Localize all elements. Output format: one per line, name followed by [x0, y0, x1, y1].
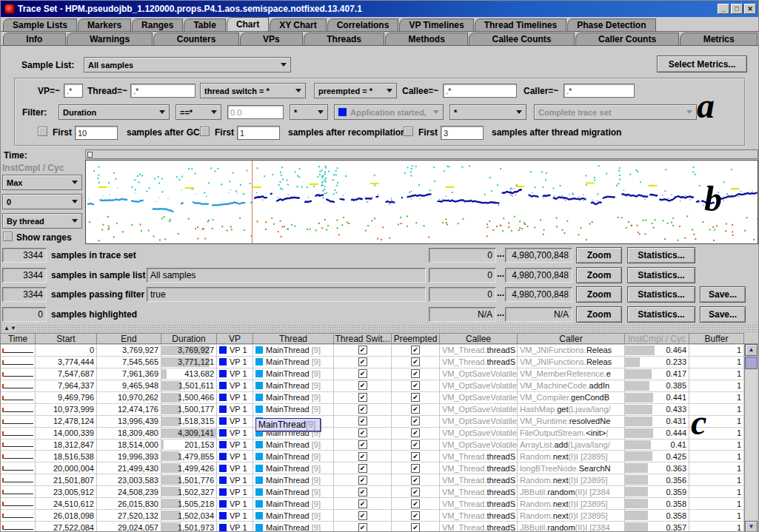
- first-recomp-input[interactable]: [237, 126, 280, 140]
- column-header-thread-switch[interactable]: Thread Swit...: [334, 334, 392, 343]
- preempted-checkbox[interactable]: ✔: [411, 346, 420, 354]
- thread-switch-checkbox[interactable]: ✔: [358, 393, 367, 402]
- time-range-handle[interactable]: [87, 152, 93, 158]
- column-header-thread[interactable]: Thread: [253, 334, 334, 343]
- thread-switch-checkbox[interactable]: ✔: [358, 346, 367, 354]
- tab[interactable]: Caller Counts: [575, 33, 680, 45]
- tab[interactable]: Methods: [385, 33, 468, 45]
- table-row[interactable]: 26,018,098 27,520,132 1,502,034 VP 1 Mai…: [1, 510, 744, 522]
- table-row[interactable]: 12,478,124 13,996,439 1,518,315 VP 1 Mai…: [1, 416, 744, 428]
- column-header-start[interactable]: Start: [36, 334, 97, 343]
- tab[interactable]: Phase Detection: [567, 18, 655, 31]
- save-button[interactable]: Save...: [700, 286, 746, 303]
- preempted-checkbox[interactable]: ✔: [411, 488, 420, 496]
- tab[interactable]: Callee Counts: [469, 33, 575, 45]
- column-header-caller[interactable]: Caller: [518, 334, 625, 343]
- filter-wildcard2-combobox[interactable]: *: [449, 104, 526, 120]
- marker-start-combobox[interactable]: Application started, VP 1: [334, 104, 444, 120]
- thread-regex-input[interactable]: [130, 84, 195, 98]
- thread-switch-checkbox[interactable]: ✔: [358, 488, 367, 496]
- tab[interactable]: Info: [3, 33, 66, 45]
- preempted-checkbox[interactable]: ✔: [411, 428, 420, 437]
- thread-switch-checkbox[interactable]: ✔: [358, 452, 367, 461]
- first-migration-checkbox[interactable]: [404, 127, 413, 136]
- tab[interactable]: Threads: [304, 33, 384, 45]
- preempted-checkbox[interactable]: ✔: [411, 452, 420, 461]
- filter-value-input[interactable]: [227, 105, 284, 119]
- thread-switch-checkbox[interactable]: ✔: [358, 428, 367, 437]
- thread-switch-checkbox[interactable]: ✔: [358, 476, 367, 485]
- table-row[interactable]: 27,522,084 29,024,057 1,501,973 VP 1 Mai…: [1, 522, 744, 532]
- tab[interactable]: Warnings: [67, 33, 153, 45]
- zoom-button[interactable]: Zoom: [576, 286, 622, 303]
- zoom-button[interactable]: Zoom: [576, 267, 622, 283]
- table-row[interactable]: 7,964,337 9,465,948 1,501,611 VP 1 MainT…: [1, 380, 744, 392]
- preempted-checkbox[interactable]: ✔: [411, 511, 420, 520]
- first-gc-input[interactable]: [75, 126, 118, 140]
- thread-switch-combobox[interactable]: thread switch = *: [200, 83, 306, 98]
- split-pane-divider[interactable]: ▲ ▼: [1, 324, 759, 333]
- preempted-checkbox[interactable]: ✔: [411, 393, 420, 402]
- tab[interactable]: Metrics: [680, 33, 758, 45]
- first-gc-checkbox[interactable]: [38, 127, 47, 136]
- tab[interactable]: Counters: [153, 33, 238, 45]
- thread-switch-checkbox[interactable]: ✔: [358, 499, 367, 508]
- table-row[interactable]: 18,516,538 19,996,393 1,479,855 VP 1 Mai…: [1, 451, 744, 462]
- thread-switch-checkbox[interactable]: ✔: [358, 464, 367, 473]
- preempted-checkbox[interactable]: ✔: [411, 523, 420, 532]
- sample-list-combobox[interactable]: All samples: [84, 57, 291, 73]
- time-range-slider[interactable]: [85, 149, 758, 159]
- preempted-checkbox[interactable]: ✔: [411, 405, 420, 414]
- caller-regex-input[interactable]: [564, 84, 635, 98]
- thread-switch-checkbox[interactable]: ✔: [358, 511, 367, 520]
- preempted-checkbox[interactable]: ✔: [411, 417, 420, 425]
- tab[interactable]: Correlations: [327, 18, 399, 31]
- save-button[interactable]: Save...: [700, 306, 746, 323]
- preempted-combobox[interactable]: preempted = *: [314, 83, 397, 98]
- column-header-preempted[interactable]: Preempted: [392, 334, 440, 343]
- thread-switch-checkbox[interactable]: ✔: [358, 381, 367, 390]
- first-recomp-checkbox[interactable]: [200, 127, 210, 136]
- column-header-duration[interactable]: Duration: [161, 334, 217, 343]
- close-button[interactable]: ✕: [744, 4, 756, 14]
- column-header-end[interactable]: End: [97, 334, 161, 343]
- table-row[interactable]: 23,005,912 24,508,239 1,502,327 VP 1 Mai…: [1, 486, 744, 498]
- table-row[interactable]: 3,774,444 7,545,565 3,771,121 VP 1 MainT…: [1, 357, 744, 368]
- tab[interactable]: XY Chart: [270, 18, 326, 31]
- show-ranges-checkbox[interactable]: [3, 232, 13, 241]
- thread-switch-checkbox[interactable]: ✔: [358, 417, 367, 425]
- table-row[interactable]: 14,000,339 18,309,480 4,309,141 VP 1 Mai…: [1, 428, 744, 440]
- chart-offset-combobox[interactable]: 0: [2, 194, 82, 209]
- scrollbar-thumb[interactable]: [745, 357, 758, 369]
- preempted-checkbox[interactable]: ✔: [411, 476, 420, 485]
- select-metrics-button[interactable]: Select Metrics...: [657, 55, 747, 73]
- tab[interactable]: VPs: [240, 33, 303, 45]
- title-bar[interactable]: Trace Set - HPM.pseudojbb_1.120000.props…: [1, 1, 758, 17]
- table-row[interactable]: 10,973,999 12,474,176 1,500,177 VP 1 Mai…: [1, 404, 744, 416]
- filter-metric-combobox[interactable]: Duration: [58, 104, 170, 120]
- zoom-button[interactable]: Zoom: [576, 247, 622, 263]
- table-row[interactable]: 7,547,687 7,961,369 413,682 VP 1 MainThr…: [1, 368, 744, 380]
- trace-range-combobox[interactable]: Complete trace set: [534, 104, 697, 120]
- column-header-vp[interactable]: VP: [217, 334, 253, 343]
- column-header-time[interactable]: Time: [1, 334, 36, 343]
- tab[interactable]: VP Timelines: [399, 18, 473, 31]
- preempted-checkbox[interactable]: ✔: [411, 369, 420, 378]
- table-row[interactable]: 20,000,004 21,499,430 1,499,426 VP 1 Mai…: [1, 462, 744, 474]
- table-row[interactable]: 21,501,807 23,003,583 1,501,776 VP 1 Mai…: [1, 474, 744, 486]
- thread-switch-checkbox[interactable]: ✔: [358, 369, 367, 378]
- scroll-up-icon[interactable]: ▲: [745, 344, 758, 356]
- column-header-buffer[interactable]: Buffer: [689, 334, 744, 343]
- thread-switch-checkbox[interactable]: ✔: [358, 440, 367, 449]
- statistics-button[interactable]: Statistics...: [627, 306, 695, 323]
- table-row[interactable]: 9,469,796 10,970,262 1,500,466 VP 1 Main…: [1, 392, 744, 404]
- filter-operator-combobox[interactable]: ==*: [175, 104, 221, 120]
- divider-collapse-down-icon[interactable]: ▼: [10, 325, 17, 332]
- vp-regex-input[interactable]: [64, 84, 83, 98]
- tab[interactable]: Ranges: [132, 18, 183, 31]
- statistics-button[interactable]: Statistics...: [627, 247, 695, 263]
- maximize-button[interactable]: □: [731, 4, 743, 14]
- tab[interactable]: Markers: [78, 18, 131, 31]
- scroll-down-icon[interactable]: ▼: [745, 521, 758, 532]
- timeline-scatter-plot[interactable]: [85, 160, 758, 244]
